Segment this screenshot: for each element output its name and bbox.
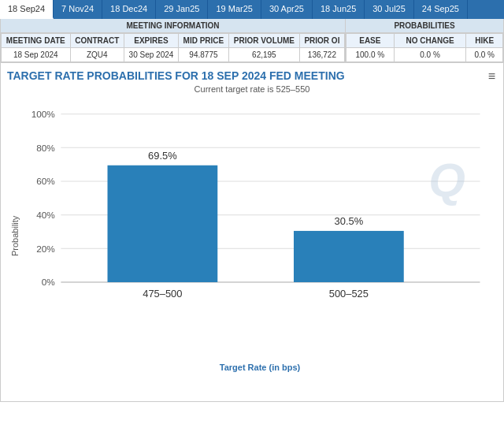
bar-chart-svg: 100% 80% 60% 40% 20% 0% 69.5% [23, 106, 497, 358]
tab-7nov24[interactable]: 7 Nov24 [54, 0, 102, 19]
col-meeting-date: MEETING DATE [2, 34, 71, 48]
probabilities-row: 100.0 % 0.0 % 0.0 % [346, 48, 503, 62]
bar-label-475-500: 69.5% [148, 150, 177, 162]
cell-mid-price: 94.8775 [178, 48, 228, 62]
meeting-info-header: MEETING INFORMATION [1, 19, 345, 33]
probabilities-header: PROBABILITIES [346, 19, 503, 33]
tab-30apr25[interactable]: 30 Apr25 [261, 0, 313, 19]
tab-18jun25[interactable]: 18 Jun25 [313, 0, 365, 19]
info-section: MEETING INFORMATION MEETING DATE CONTRAC… [0, 19, 504, 63]
cell-ease: 100.0 % [346, 48, 395, 62]
cell-meeting-date: 18 Sep 2024 [2, 48, 71, 62]
hamburger-icon[interactable]: ≡ [488, 69, 495, 84]
col-mid-price: MID PRICE [178, 34, 228, 48]
tab-19mar25[interactable]: 19 Mar25 [208, 0, 261, 19]
svg-text:100%: 100% [32, 109, 56, 119]
meeting-info-panel: MEETING INFORMATION MEETING DATE CONTRAC… [1, 19, 346, 62]
tab-24sep25[interactable]: 24 Sep25 [414, 0, 468, 19]
svg-text:60%: 60% [36, 176, 55, 186]
x-axis-label: Target Rate (in bps) [23, 363, 497, 372]
svg-text:0%: 0% [42, 277, 56, 287]
bar-label-500-525: 30.5% [335, 216, 364, 228]
col-expires: EXPIRES [124, 34, 178, 48]
tab-18sep24[interactable]: 18 Sep24 [0, 0, 54, 19]
cell-no-change: 0.0 % [394, 48, 466, 62]
svg-text:40%: 40% [36, 210, 55, 220]
chart-title: TARGET RATE PROBABILITIES FOR 18 SEP 202… [7, 69, 497, 82]
cell-prior-oi: 136,722 [299, 48, 344, 62]
chart-container: Probability Q 100% 80% 60% 40% 20% [7, 102, 497, 385]
tab-30jul25[interactable]: 30 Jul25 [365, 0, 414, 19]
cell-contract: ZQU4 [70, 48, 124, 62]
cell-expires: 30 Sep 2024 [124, 48, 178, 62]
col-contract: CONTRACT [70, 34, 124, 48]
probabilities-table: EASE NO CHANGE HIKE 100.0 % 0.0 % 0.0 % [346, 33, 503, 62]
meeting-info-row: 18 Sep 2024 ZQU4 30 Sep 2024 94.8775 62,… [2, 48, 345, 62]
col-no-change: NO CHANGE [394, 34, 466, 48]
bar-xaxis-500-525: 500–525 [329, 288, 369, 300]
svg-text:80%: 80% [36, 143, 55, 153]
col-hike: HIKE [466, 34, 503, 48]
chart-area: TARGET RATE PROBABILITIES FOR 18 SEP 202… [0, 63, 504, 402]
cell-prior-volume: 62,195 [228, 48, 299, 62]
cell-hike: 0.0 % [466, 48, 503, 62]
tab-29jan25[interactable]: 29 Jan25 [156, 0, 208, 19]
chart-subtitle: Current target rate is 525–550 [7, 84, 497, 94]
tab-bar: 18 Sep24 7 Nov24 18 Dec24 29 Jan25 19 Ma… [0, 0, 504, 19]
chart-inner: Q 100% 80% 60% 40% 20% 0% [23, 106, 497, 374]
bar-475-500 [108, 166, 218, 282]
meeting-info-table: MEETING DATE CONTRACT EXPIRES MID PRICE … [1, 33, 345, 62]
y-axis-label: Probability [7, 110, 23, 362]
col-ease: EASE [346, 34, 395, 48]
tab-18dec24[interactable]: 18 Dec24 [102, 0, 156, 19]
bar-xaxis-475-500: 475–500 [143, 288, 182, 300]
probabilities-panel: PROBABILITIES EASE NO CHANGE HIKE 100.0 … [346, 19, 503, 62]
svg-text:20%: 20% [36, 244, 55, 254]
bar-500-525 [294, 231, 404, 282]
col-prior-oi: PRIOR OI [299, 34, 344, 48]
col-prior-volume: PRIOR VOLUME [228, 34, 299, 48]
